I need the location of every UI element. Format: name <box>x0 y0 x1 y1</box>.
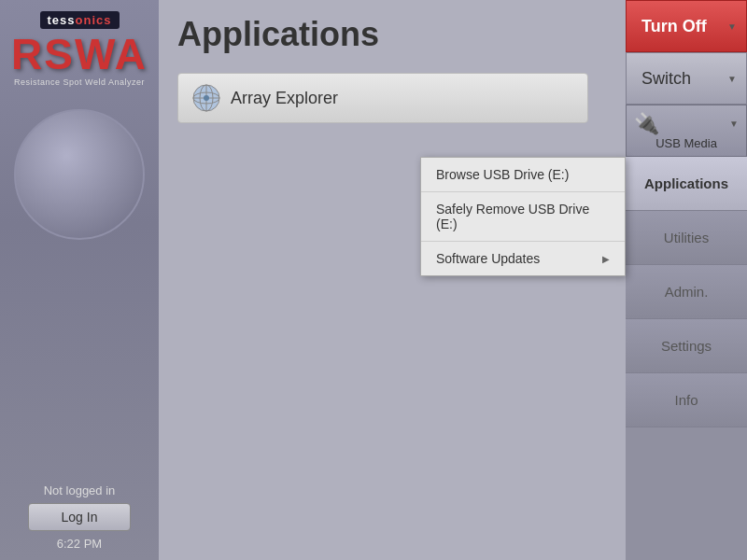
usb-icon-row: 🔌 ▼ <box>634 112 739 136</box>
logo-tess: tess <box>48 13 76 27</box>
nav-settings-label: Settings <box>661 338 712 354</box>
software-updates-item[interactable]: Software Updates ▶ <box>421 242 625 275</box>
nav-buttons: Applications Utilities Admin. Settings I… <box>626 157 747 427</box>
time-display: 6:22 PM <box>57 537 102 551</box>
logo-area: tessonics RSWA Resistance Spot Weld Anal… <box>0 0 159 92</box>
safely-remove-usb-item[interactable]: Safely Remove USB Drive (E:) <box>421 192 625 242</box>
log-in-button[interactable]: Log In <box>28 503 131 531</box>
tessonics-logo: tessonics <box>40 11 120 29</box>
top-buttons: Turn Off ▼ Switch ▼ 🔌 ▼ USB Media <box>626 0 747 157</box>
main-area: Applications Array Explorer <box>159 0 626 560</box>
nav-info-label: Info <box>674 392 698 408</box>
sidebar-bottom: Not logged in Log In 6:22 PM <box>0 474 159 560</box>
nav-utilities-label: Utilities <box>664 230 709 245</box>
svg-point-5 <box>204 95 209 101</box>
sidebar-circle-decoration <box>14 109 145 240</box>
switch-button[interactable]: Switch ▼ <box>626 52 747 105</box>
right-panel: Turn Off ▼ Switch ▼ 🔌 ▼ USB Media Browse… <box>626 0 747 560</box>
globe-icon <box>191 83 221 113</box>
usb-media-label: USB Media <box>655 136 717 150</box>
sidebar: tessonics RSWA Resistance Spot Weld Anal… <box>0 0 159 560</box>
app-item-array-explorer[interactable]: Array Explorer <box>177 73 588 123</box>
usb-icon: 🔌 <box>634 112 659 136</box>
usb-dropdown-menu: Browse USB Drive (E:) Safely Remove USB … <box>420 157 626 276</box>
nav-btn-info[interactable]: Info <box>626 373 747 427</box>
software-updates-arrow-icon: ▶ <box>602 254 610 264</box>
browse-usb-item[interactable]: Browse USB Drive (E:) <box>421 158 625 192</box>
nav-admin-label: Admin. <box>665 284 709 300</box>
switch-label: Switch <box>641 69 691 89</box>
nav-btn-admin[interactable]: Admin. <box>626 265 747 319</box>
rswa-logo: RSWA <box>11 33 148 76</box>
nav-btn-settings[interactable]: Settings <box>626 319 747 373</box>
turn-off-button[interactable]: Turn Off ▼ <box>626 0 747 52</box>
turn-off-label: Turn Off <box>641 17 707 36</box>
usb-media-button[interactable]: 🔌 ▼ USB Media <box>626 105 747 157</box>
turn-off-arrow-icon: ▼ <box>727 21 737 32</box>
software-updates-label: Software Updates <box>436 251 540 266</box>
browse-usb-label: Browse USB Drive (E:) <box>436 167 569 182</box>
app-list-area: Array Explorer <box>159 63 626 560</box>
page-title: Applications <box>177 15 607 54</box>
switch-arrow-icon: ▼ <box>727 74 737 84</box>
usb-arrow-icon: ▼ <box>729 119 739 129</box>
nav-btn-utilities[interactable]: Utilities <box>626 211 747 265</box>
rswa-subtitle: Resistance Spot Weld Analyzer <box>14 77 145 87</box>
main-header: Applications <box>159 0 626 63</box>
logo-onics: onics <box>76 13 112 27</box>
app-item-label: Array Explorer <box>231 89 338 108</box>
safely-remove-usb-label: Safely Remove USB Drive (E:) <box>436 202 610 231</box>
nav-applications-label: Applications <box>644 175 728 191</box>
nav-btn-applications[interactable]: Applications <box>626 157 747 211</box>
not-logged-in-label: Not logged in <box>44 483 116 497</box>
